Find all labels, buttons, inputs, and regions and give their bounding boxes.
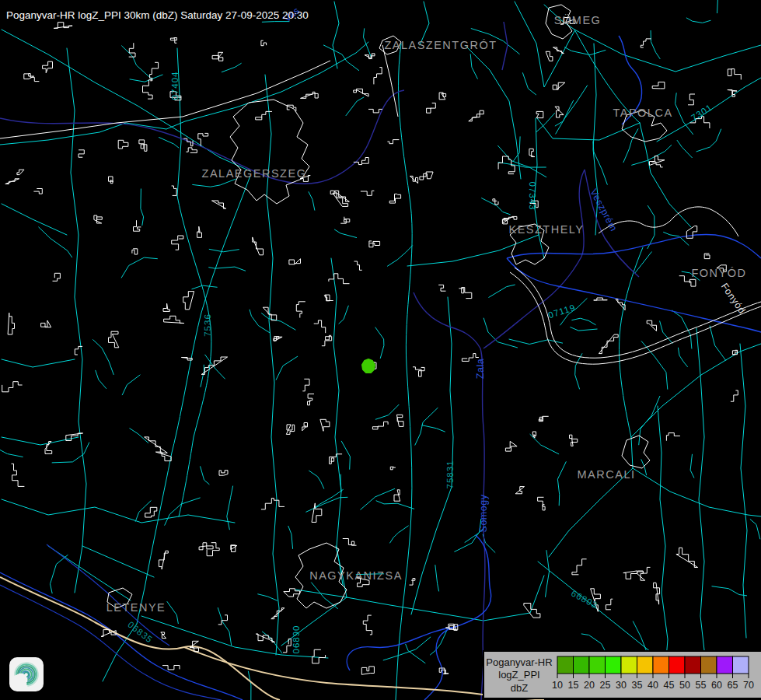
road-number-label: 7536 <box>203 313 212 337</box>
legend-tick-label: 30 <box>616 680 627 691</box>
region-label: Somogy <box>478 494 489 532</box>
legend-tick-label: 25 <box>600 680 611 691</box>
legend-tick-label: 70 <box>743 680 754 691</box>
town-label: MARCALI <box>578 468 636 481</box>
legend-color-cell <box>606 656 622 674</box>
town-label: NAGYKANIZSA <box>309 569 403 582</box>
legend-product: logZ_PPI <box>498 669 539 681</box>
town-label: FONYÓD <box>691 267 746 279</box>
legend-tick-label: 45 <box>664 680 675 691</box>
road-number-label: 07343 <box>528 182 537 211</box>
legend-tick-label: 15 <box>568 680 579 691</box>
legend-color-cell <box>574 656 590 674</box>
legend-tick-label: 10 <box>552 680 563 691</box>
legend-color-cell <box>589 656 606 674</box>
spiral-icon <box>12 660 41 689</box>
radar-viewport: ZALASZENTGRÓTSÜMEGTAPOLCAZALAEGERSZEGKES… <box>0 0 761 700</box>
legend-color-cell <box>653 656 669 674</box>
legend-tick-label: 55 <box>696 680 707 691</box>
legend-tick-label: 35 <box>632 680 643 691</box>
legend-tick-label: 20 <box>584 680 595 691</box>
legend-color-cell <box>621 656 637 674</box>
legend-unit: dbZ <box>511 682 528 694</box>
legend: Poganyvar-HR logZ_PPI dbZ 10152025303540… <box>483 651 761 698</box>
radar-title: Poganyvar-HR logZ_PPI 30km (dbZ) Saturda… <box>6 9 309 21</box>
town-label: TAPOLCA <box>613 107 672 119</box>
legend-color-cell <box>733 656 749 674</box>
legend-color-cell <box>637 656 654 674</box>
legend-color-cell <box>717 656 733 674</box>
legend-tick-label: 65 <box>728 680 738 691</box>
region-label: Zala <box>475 359 486 379</box>
met-spiral-logo[interactable] <box>9 657 44 691</box>
town-label: ZALAEGERSZEG <box>202 167 307 180</box>
town-label: SÜMEG <box>554 13 602 26</box>
town-label: ZALASZENTGRÓT <box>384 39 497 51</box>
road-number-label: 75831 <box>445 460 455 489</box>
road-number-label: 06890 <box>291 625 301 654</box>
legend-station: Poganyvar-HR <box>486 656 552 668</box>
legend-tick-label: 60 <box>711 680 722 691</box>
legend-color-cell <box>557 656 574 674</box>
legend-color-cell <box>685 656 701 674</box>
town-label: LETENYE <box>106 601 166 614</box>
legend-color-cell <box>701 656 717 674</box>
road-number-label: 07404 <box>170 72 180 100</box>
map-background <box>0 0 761 700</box>
legend-tick-label: 40 <box>648 680 658 691</box>
radar-map: ZALASZENTGRÓTSÜMEGTAPOLCAZALAEGERSZEGKES… <box>0 0 761 700</box>
precipitation-echo <box>362 359 375 373</box>
legend-color-cell <box>669 656 686 674</box>
radar-echo-layer <box>362 359 375 373</box>
town-label: KESZTHELY <box>508 223 584 236</box>
legend-tick-label: 50 <box>679 680 690 691</box>
